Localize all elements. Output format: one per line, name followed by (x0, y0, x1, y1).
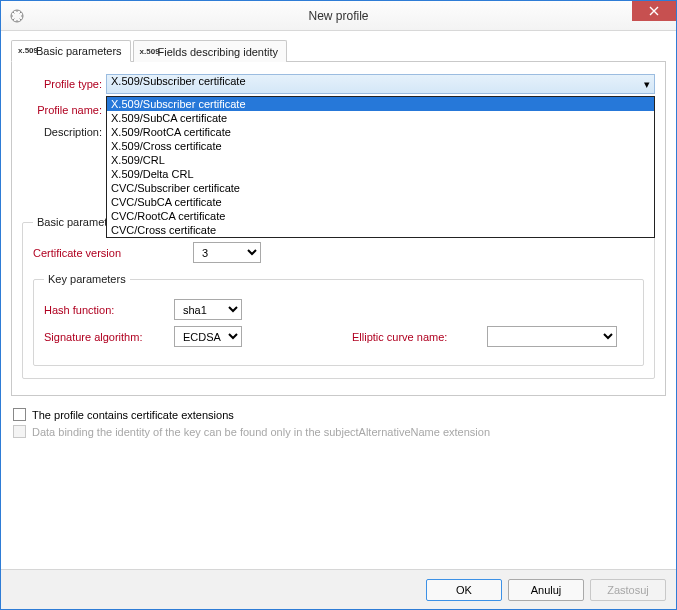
tab-basic-parameters[interactable]: x.509 Basic parameters (11, 40, 131, 62)
button-bar: OK Anuluj Zastosuj (1, 569, 676, 609)
cancel-button[interactable]: Anuluj (508, 579, 584, 601)
ecurve-select[interactable] (487, 326, 617, 347)
sig-label: Signature algorithm: (44, 331, 174, 343)
x509-icon: x.509 (18, 46, 32, 56)
cert-version-select[interactable]: 3 (193, 242, 261, 263)
hash-label: Hash function: (44, 304, 174, 316)
profile-type-label: Profile type: (22, 78, 106, 90)
dialog-window: New profile x.509 Basic parameters x.509… (0, 0, 677, 610)
check-extensions-row: The profile contains certificate extensi… (13, 408, 664, 421)
tab-label: Fields describing identity (158, 46, 278, 58)
cert-version-label: Certificate version (33, 247, 193, 259)
row-signature: Signature algorithm: ECDSA Elliptic curv… (44, 326, 633, 347)
dropdown-item[interactable]: X.509/CRL (107, 153, 654, 167)
dropdown-item[interactable]: CVC/RootCA certificate (107, 209, 654, 223)
profile-name-label: Profile name: (22, 104, 106, 116)
description-label: Description: (22, 126, 106, 138)
dropdown-item[interactable]: CVC/Cross certificate (107, 223, 654, 237)
checkboxes: The profile contains certificate extensi… (11, 408, 666, 438)
dropdown-item[interactable]: CVC/SubCA certificate (107, 195, 654, 209)
profile-type-select[interactable]: X.509/Subscriber certificate ▾ (106, 74, 655, 94)
content-area: x.509 Basic parameters x.509 Fields desc… (1, 31, 676, 569)
close-button[interactable] (632, 1, 676, 21)
dropdown-item[interactable]: X.509/Cross certificate (107, 139, 654, 153)
dropdown-item[interactable]: X.509/Delta CRL (107, 167, 654, 181)
apply-button: Zastosuj (590, 579, 666, 601)
tab-fields-identity[interactable]: x.509 Fields describing identity (133, 40, 287, 62)
tab-label: Basic parameters (36, 45, 122, 57)
close-icon (649, 6, 659, 16)
ok-button[interactable]: OK (426, 579, 502, 601)
fieldset-key-parameters: Key parameters Hash function: sha1 Signa… (33, 273, 644, 366)
ecurve-label: Elliptic curve name: (352, 331, 447, 343)
fieldset-basic-parameters: Basic parameters Certificate version 3 K… (22, 216, 655, 379)
titlebar: New profile (1, 1, 676, 31)
row-cert-version: Certificate version 3 (33, 242, 644, 263)
hash-select[interactable]: sha1 (174, 299, 242, 320)
check-extensions-label: The profile contains certificate extensi… (32, 409, 234, 421)
sig-select[interactable]: ECDSA (174, 326, 242, 347)
dropdown-item[interactable]: X.509/SubCA certificate (107, 111, 654, 125)
row-hash: Hash function: sha1 (44, 299, 633, 320)
window-title: New profile (1, 9, 676, 23)
x509-sub-icon: x.509 (140, 47, 154, 57)
check-databinding-label: Data binding the identity of the key can… (32, 426, 490, 438)
profile-type-dropdown[interactable]: X.509/Subscriber certificateX.509/SubCA … (106, 96, 655, 238)
chevron-down-icon: ▾ (644, 78, 650, 91)
legend-key-parameters: Key parameters (44, 273, 130, 285)
check-databinding-row: Data binding the identity of the key can… (13, 425, 664, 438)
profile-type-value: X.509/Subscriber certificate (111, 75, 246, 87)
tab-page-basic: Profile type: X.509/Subscriber certifica… (11, 62, 666, 396)
dropdown-item[interactable]: X.509/RootCA certificate (107, 125, 654, 139)
check-databinding (13, 425, 26, 438)
app-icon (9, 8, 25, 24)
check-extensions[interactable] (13, 408, 26, 421)
tab-strip: x.509 Basic parameters x.509 Fields desc… (11, 39, 666, 62)
row-profile-type: Profile type: X.509/Subscriber certifica… (22, 74, 655, 94)
dropdown-item[interactable]: X.509/Subscriber certificate (107, 97, 654, 111)
dropdown-item[interactable]: CVC/Subscriber certificate (107, 181, 654, 195)
